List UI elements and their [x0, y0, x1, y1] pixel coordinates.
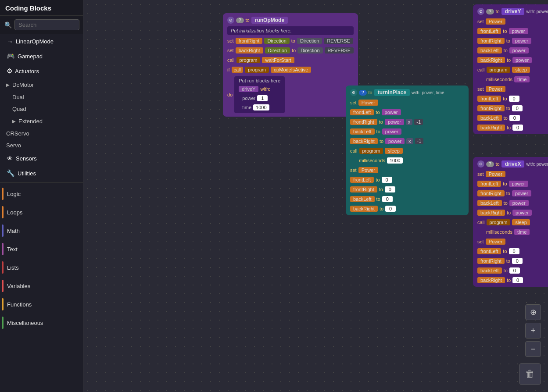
dx-fl-var: power	[509, 181, 528, 187]
dy-power-zero-label: Power	[486, 86, 505, 92]
sidebar-item-extended[interactable]: ▶ Extended	[0, 115, 83, 128]
search-icon: 🔍	[4, 21, 12, 29]
logic-color-bar	[2, 188, 4, 200]
sidebar-item-gamepad[interactable]: 🎮 Gamepad	[0, 49, 83, 64]
power-value[interactable]: 1	[257, 95, 268, 101]
sidebar-item-sensors[interactable]: 👁 Sensors	[0, 151, 83, 166]
hat-tag-teal: ?	[359, 90, 367, 96]
sidebar-item-actuators[interactable]: ⚙ Actuators	[0, 64, 83, 78]
call-sleep-row: call program sleep	[350, 148, 464, 154]
bl-zero-v[interactable]: 0	[382, 196, 393, 202]
sidebar-item-crservo[interactable]: CRServo	[0, 128, 83, 139]
back-left-row: backLeft to power	[350, 128, 464, 135]
sidebar-item-utilities[interactable]: 🔧 Utilities	[0, 166, 83, 181]
back-right-row: backRight to power x -1	[350, 138, 464, 144]
power-row: power 1	[239, 95, 280, 101]
sidebar-item-math[interactable]: Math	[0, 221, 83, 240]
power-set-label2: Power	[358, 167, 378, 173]
sidebar-item-dual[interactable]: Dual	[0, 91, 83, 103]
wait-for-start-label: waitForStart	[262, 57, 294, 63]
canvas-area[interactable]: ⊙ ? to runOpMode Put initialization bloc…	[83, 0, 548, 392]
dy-fl2: frontLeft	[477, 96, 501, 102]
trash-button[interactable]: 🗑	[519, 363, 541, 385]
dx-fr2: frontRight	[477, 258, 505, 264]
zoom-out-button[interactable]: −	[525, 341, 541, 357]
divider	[0, 182, 83, 183]
set-back-right-row: set backRight Direction to Direction REV…	[227, 47, 354, 53]
dy-fl-var: power	[509, 28, 528, 34]
sidebar-item-functions[interactable]: Functions	[0, 295, 83, 314]
dx-fl-zero[interactable]: 0	[509, 248, 519, 254]
map-controls: ⊕ + −	[525, 304, 541, 357]
dx-br-var: power	[512, 210, 532, 216]
op-mode-active-label: opModeIsActive	[271, 67, 311, 73]
front-right-row: frontRight to power x -1	[350, 119, 464, 125]
fl-zero: frontLeft to 0	[350, 177, 464, 183]
zoom-in-button[interactable]: +	[525, 323, 541, 339]
dx-bl-zero[interactable]: 0	[509, 267, 520, 274]
dx-bl2: backLeft	[477, 267, 502, 274]
dy-fr-var: power	[512, 38, 531, 44]
search-input[interactable]	[14, 19, 79, 30]
fr-zero: frontRight to 0	[350, 186, 464, 192]
power-var-bl: power	[382, 128, 401, 135]
front-left-tl: frontLeft	[350, 109, 374, 115]
br-zero: backRight to 0	[350, 206, 464, 212]
neg1-br: -1	[415, 138, 424, 144]
zoom-in-icon: +	[531, 326, 536, 335]
loops-color-bar	[2, 206, 4, 218]
dy-bl-zero[interactable]: 0	[509, 115, 520, 121]
drive-y-title: driveY	[501, 8, 525, 15]
dx-br: backRight	[477, 210, 505, 216]
front-right-label: frontRight	[236, 38, 263, 44]
bl-zero-l: backLeft	[350, 196, 375, 202]
dx-fr-zero[interactable]: 0	[512, 258, 523, 264]
to-keyword: to	[246, 18, 250, 23]
front-left-row: frontLeft to power	[350, 109, 464, 115]
dy-fr-zero[interactable]: 0	[512, 105, 523, 111]
front-right-ti: frontRight	[350, 119, 377, 125]
back-left-ti: backLeft	[350, 128, 375, 135]
sidebar-item-linear-op-mode[interactable]: → LinearOpMode	[0, 34, 83, 49]
sidebar-item-servo[interactable]: Servo	[0, 139, 83, 151]
sidebar-item-miscellaneous[interactable]: Miscellaneous	[0, 314, 83, 332]
multiply-op2: x	[406, 138, 413, 144]
turn-in-place-title: turnInPlace	[374, 89, 410, 96]
trash-icon: 🗑	[525, 368, 535, 380]
fl-zero-v[interactable]: 0	[382, 177, 392, 183]
gamepad-icon: 🎮	[7, 52, 15, 60]
set-power-row: set Power	[350, 100, 464, 106]
sidebar-title: Coding Blocks	[0, 0, 83, 16]
dx-fl: frontLeft	[477, 181, 501, 187]
dx-br-zero[interactable]: 0	[512, 277, 523, 283]
run-op-mode-hat: ⊙ ? to runOpMode	[227, 17, 354, 24]
dy-br: backRight	[477, 57, 505, 63]
sidebar-item-quad[interactable]: Quad	[0, 103, 83, 115]
dx-power-zero-label: Power	[486, 239, 505, 245]
dy-br-zero[interactable]: 0	[512, 125, 523, 131]
recenter-button[interactable]: ⊕	[525, 304, 541, 320]
caret-icon: ▶	[6, 82, 10, 87]
sidebar-item-variables[interactable]: Variables	[0, 277, 83, 295]
sleep-label-ti: sleep	[385, 148, 402, 154]
sidebar-item-logic[interactable]: Logic	[0, 185, 83, 203]
sidebar-item-text[interactable]: Text	[0, 240, 83, 258]
recenter-icon: ⊕	[530, 307, 537, 317]
run-placeholder: Put run blocks here driveY with: power 1…	[234, 76, 285, 113]
drive-x-title: driveX	[501, 160, 525, 167]
functions-color-bar	[2, 298, 4, 310]
br-zero-v[interactable]: 0	[385, 206, 396, 212]
turn-in-place-hat: ⊙ ? to turnInPlace with: power, time	[350, 89, 464, 96]
fr-zero-v[interactable]: 0	[385, 186, 395, 192]
dy-sleep: sleep	[512, 67, 530, 73]
sensors-icon: 👁	[7, 155, 13, 162]
arrow-icon: →	[7, 38, 13, 45]
sidebar-item-dcmotor[interactable]: ▶ DcMotor	[0, 78, 83, 91]
sidebar-item-loops[interactable]: Loops	[0, 203, 83, 221]
time-value[interactable]: 1000	[253, 104, 269, 110]
sidebar-item-lists[interactable]: Lists	[0, 258, 83, 277]
hat-tag-dy: ?	[486, 9, 494, 14]
dy-set-power: set Power	[477, 18, 548, 25]
ms-value[interactable]: 1000	[387, 157, 403, 164]
dy-fl-zero[interactable]: 0	[509, 96, 519, 102]
